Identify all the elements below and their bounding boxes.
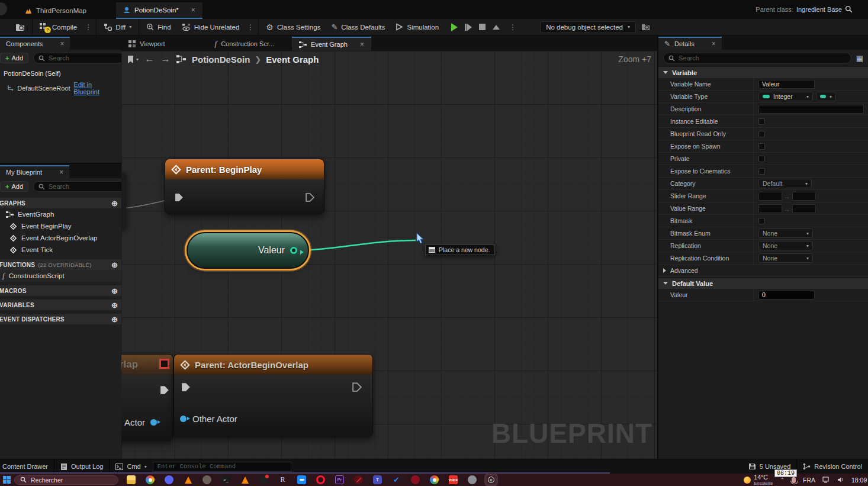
bitmask-enum-dropdown[interactable]: None ▾ bbox=[758, 228, 813, 238]
windows-start-button[interactable] bbox=[3, 476, 11, 484]
details-search[interactable] bbox=[663, 53, 851, 63]
tree-item-eventgraph[interactable]: EventGraph bbox=[0, 208, 121, 220]
teams-icon[interactable]: T bbox=[373, 475, 382, 484]
chrome-icon-2[interactable] bbox=[430, 475, 439, 484]
debug-object-dropdown[interactable]: No debug object selected ▾ bbox=[540, 21, 636, 33]
network-icon[interactable] bbox=[822, 477, 830, 483]
tab-details[interactable]: ✎ Details × bbox=[658, 37, 722, 50]
r-app-icon[interactable]: R bbox=[278, 475, 287, 484]
row-advanced[interactable]: Advanced bbox=[658, 265, 868, 277]
debug-browse-button[interactable] bbox=[636, 19, 655, 36]
components-search-input[interactable] bbox=[49, 54, 133, 62]
tab-my-blueprint[interactable]: My Blueprint × bbox=[0, 165, 69, 178]
close-icon[interactable]: × bbox=[60, 40, 64, 48]
other-actor-in-pin[interactable] bbox=[180, 416, 187, 422]
class-settings-button[interactable]: ⚙ Class Settings bbox=[261, 19, 326, 36]
frame-skip-button[interactable] bbox=[465, 24, 472, 31]
add-blueprint-item-button[interactable]: + Add bbox=[0, 181, 28, 192]
tab-potiondesoin[interactable]: PotionDeSoin* × bbox=[116, 2, 202, 19]
add-component-button[interactable]: + Add bbox=[0, 53, 28, 63]
breadcrumb-root[interactable]: PotionDeSoin bbox=[192, 54, 250, 65]
file-explorer-icon[interactable] bbox=[127, 475, 136, 484]
exec-out-pin[interactable] bbox=[306, 193, 314, 202]
default-value-input[interactable] bbox=[758, 291, 815, 300]
nav-back-button[interactable]: ← bbox=[144, 53, 155, 65]
tray-expand-chevron-icon[interactable]: ⌃ bbox=[780, 477, 785, 483]
category-dropdown[interactable]: Default ▾ bbox=[758, 179, 812, 188]
play-options-kebab-icon[interactable]: ⋮ bbox=[507, 23, 519, 31]
tab-viewport[interactable]: Viewport bbox=[121, 37, 172, 51]
gimp-icon[interactable] bbox=[202, 475, 211, 484]
cmd-dropdown[interactable]: Cmd ▾ bbox=[110, 459, 152, 474]
expose-on-spawn-checkbox[interactable] bbox=[758, 143, 765, 150]
components-self-row[interactable]: PotionDeSoin (Self) bbox=[0, 66, 121, 80]
variable-type-dropdown[interactable]: Integer ▾ bbox=[758, 92, 813, 101]
graphs-section-header[interactable]: GRAPHS ⊕ bbox=[0, 198, 121, 208]
red-circle-app-icon[interactable] bbox=[411, 475, 420, 484]
breakpoint-icon[interactable] bbox=[159, 359, 169, 369]
taskbar-search[interactable]: Rechercher bbox=[14, 475, 118, 485]
event-graph-canvas[interactable]: Parent: BeginPlay Valeur Place a new nod… bbox=[121, 51, 657, 459]
details-search-input[interactable] bbox=[679, 54, 846, 62]
bookmarks-button[interactable]: ▾ bbox=[127, 56, 139, 63]
compile-button[interactable]: ? Compile bbox=[34, 19, 82, 36]
console-command-input[interactable] bbox=[153, 462, 291, 472]
tree-item-event-tick[interactable]: Event Tick bbox=[0, 244, 121, 256]
add-variable-icon[interactable]: ⊕ bbox=[111, 301, 118, 309]
check-app-icon[interactable]: ✔ bbox=[392, 475, 401, 484]
container-type-dropdown[interactable]: ▾ bbox=[816, 92, 836, 101]
obs-icon[interactable] bbox=[259, 475, 268, 484]
integer-out-pin[interactable] bbox=[290, 247, 297, 254]
description-input[interactable] bbox=[758, 105, 864, 114]
replication-dropdown[interactable]: None ▾ bbox=[758, 241, 813, 250]
hide-unrelated-kebab-icon[interactable]: ⋮ bbox=[245, 23, 256, 31]
add-event-dispatcher-icon[interactable]: ⊕ bbox=[111, 316, 118, 323]
weather-widget[interactable]: 14°C Ensoleillé bbox=[744, 474, 773, 485]
close-icon[interactable]: × bbox=[360, 40, 364, 49]
node-valeur-get[interactable]: Valeur bbox=[187, 232, 309, 269]
revision-control-button[interactable]: Revision Control bbox=[797, 459, 868, 474]
language-indicator[interactable]: FRA bbox=[803, 477, 815, 484]
node-parent-beginplay[interactable]: Parent: BeginPlay bbox=[165, 159, 324, 214]
voicemod-icon[interactable]: VOICE bbox=[449, 475, 458, 484]
diff-button[interactable]: Diff ▾ bbox=[98, 19, 137, 36]
microphone-icon[interactable] bbox=[792, 477, 796, 483]
terminal-icon[interactable]: >_ bbox=[221, 475, 230, 484]
tab-construction-script[interactable]: f Construction Scr... bbox=[208, 37, 282, 51]
exec-out-pin[interactable] bbox=[160, 385, 169, 395]
unreal-engine-icon[interactable]: u bbox=[487, 475, 496, 484]
gray-app-icon[interactable] bbox=[468, 475, 477, 484]
eject-button[interactable] bbox=[493, 25, 500, 30]
macros-section-header[interactable]: MACROS ⊕ bbox=[0, 285, 121, 296]
instance-editable-checkbox[interactable] bbox=[758, 118, 765, 125]
vlc-icon[interactable] bbox=[184, 475, 192, 484]
simulation-button[interactable]: Simulation bbox=[390, 19, 444, 36]
tree-item-constructionscript[interactable]: f ConstructionScript bbox=[0, 270, 121, 282]
variables-section-header[interactable]: VARIABLES ⊕ bbox=[0, 300, 121, 310]
bitmask-checkbox[interactable] bbox=[758, 218, 765, 224]
components-root-row[interactable]: DefaultSceneRoot Edit in Blueprint bbox=[0, 80, 121, 96]
tree-item-event-beginplay[interactable]: Event BeginPlay bbox=[0, 220, 121, 232]
speaker-icon[interactable] bbox=[837, 477, 844, 483]
value-range-max-input[interactable] bbox=[792, 204, 816, 213]
chrome-icon[interactable] bbox=[146, 475, 155, 484]
actor-out-pin[interactable] bbox=[150, 419, 157, 426]
node-parent-actorbeginoverlap[interactable]: Parent: ActorBeginOverlap Other Actor bbox=[173, 354, 373, 437]
close-icon[interactable]: × bbox=[191, 6, 195, 14]
nav-forward-button[interactable]: → bbox=[160, 53, 171, 65]
search-icon[interactable] bbox=[845, 5, 853, 13]
expose-to-cinematics-checkbox[interactable] bbox=[758, 168, 765, 175]
section-variable[interactable]: Variable bbox=[658, 66, 868, 78]
my-blueprint-search-input[interactable] bbox=[49, 183, 133, 190]
replication-condition-dropdown[interactable]: None ▾ bbox=[758, 253, 813, 263]
exec-out-pin[interactable] bbox=[352, 382, 362, 392]
display-options-icon[interactable]: ▦ bbox=[856, 54, 863, 63]
add-graph-icon[interactable]: ⊕ bbox=[111, 199, 118, 207]
vlc-icon-2[interactable] bbox=[240, 475, 249, 484]
close-icon[interactable]: × bbox=[712, 40, 716, 48]
private-checkbox[interactable] bbox=[758, 156, 765, 162]
dark-red-app-icon[interactable] bbox=[354, 475, 363, 484]
stop-button[interactable] bbox=[479, 24, 486, 30]
value-range-min-input[interactable] bbox=[758, 204, 782, 213]
variable-name-input[interactable] bbox=[758, 80, 815, 89]
